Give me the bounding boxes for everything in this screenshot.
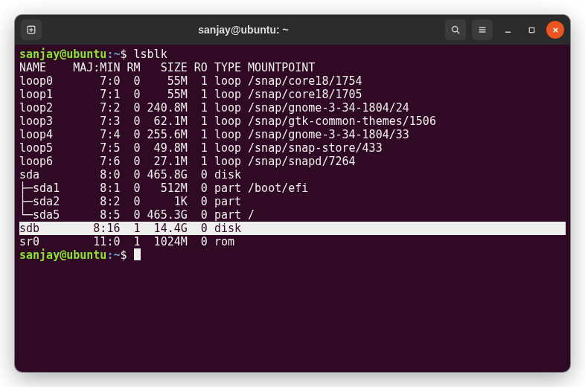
- lsblk-row: loop6 7:6 0 27.1M 1 loop /snap/snapd/726…: [19, 155, 566, 168]
- menu-button[interactable]: [472, 19, 493, 40]
- lsblk-row: loop4 7:4 0 255.6M 1 loop /snap/gnome-3-…: [19, 128, 566, 141]
- lsblk-row: loop5 7:5 0 49.8M 1 loop /snap/snap-stor…: [19, 141, 566, 155]
- cursor: [134, 248, 141, 260]
- lsblk-row: loop2 7:2 0 240.8M 1 loop /snap/gnome-3-…: [19, 101, 566, 115]
- lsblk-row: loop0 7:0 0 55M 1 loop /snap/core18/1754: [19, 74, 566, 88]
- window-title: sanjay@ubuntu: ~: [48, 24, 439, 36]
- prompt-line: sanjay@ubuntu:~$: [19, 248, 566, 262]
- maximize-button[interactable]: [522, 21, 540, 39]
- lsblk-row: └─sda5 8:5 0 465.3G 0 part /: [19, 208, 566, 222]
- new-tab-button[interactable]: [21, 19, 42, 40]
- prompt-userhost: sanjay@ubuntu: [19, 48, 106, 61]
- prompt-symbol: $: [120, 48, 133, 61]
- lsblk-row: sr0 11:0 1 1024M 0 rom: [19, 235, 566, 248]
- lsblk-row: loop3 7:3 0 62.1M 1 loop /snap/gtk-commo…: [19, 115, 566, 128]
- lsblk-row: loop1 7:1 0 55M 1 loop /snap/core18/1705: [19, 88, 566, 101]
- minimize-button[interactable]: [499, 21, 517, 39]
- prompt-line: sanjay@ubuntu:~$ lsblk: [19, 48, 566, 61]
- svg-line-4: [457, 31, 459, 33]
- lsblk-row: ├─sda1 8:1 0 512M 0 part /boot/efi: [19, 181, 566, 195]
- search-button[interactable]: [445, 19, 466, 40]
- prompt-userhost: sanjay@ubuntu: [19, 248, 106, 262]
- terminal-body[interactable]: sanjay@ubuntu:~$ lsblkNAME MAJ:MIN RM SI…: [15, 45, 570, 372]
- lsblk-row-highlight: sdb 8:16 1 14.4G 0 disk: [19, 222, 566, 235]
- svg-rect-9: [529, 28, 534, 32]
- svg-point-3: [452, 26, 457, 31]
- prompt-symbol: $: [120, 248, 133, 262]
- terminal-window: sanjay@ubuntu: ~: [15, 15, 570, 372]
- lsblk-header: NAME MAJ:MIN RM SIZE RO TYPE MOUNTPOINT: [19, 61, 566, 74]
- close-button[interactable]: [546, 21, 564, 39]
- titlebar: sanjay@ubuntu: ~: [15, 15, 570, 45]
- lsblk-row: sda 8:0 0 465.8G 0 disk: [19, 168, 566, 181]
- command-text: lsblk: [134, 48, 167, 61]
- lsblk-row: ├─sda2 8:2 0 1K 0 part: [19, 195, 566, 208]
